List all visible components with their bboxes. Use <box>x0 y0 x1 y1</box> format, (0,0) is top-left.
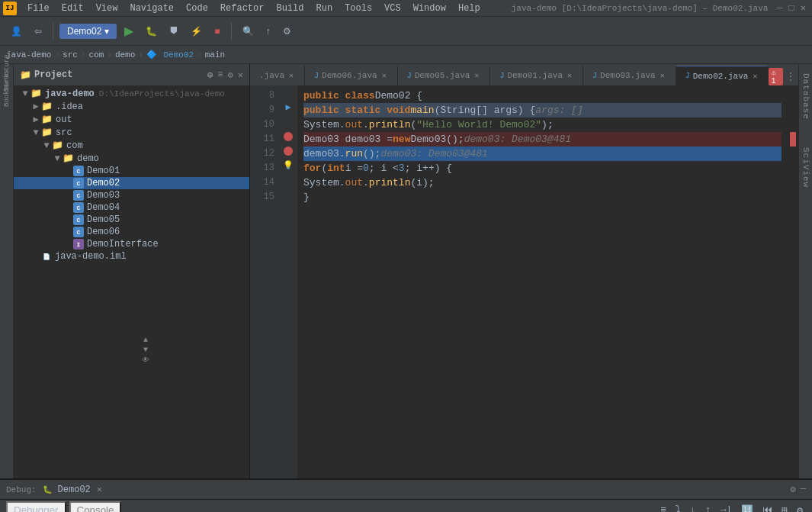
tab-settings-icon[interactable]: ⋮ <box>786 71 795 82</box>
tree-demo03[interactable]: C Demo03 <box>14 189 249 201</box>
tab-demo05[interactable]: J Demo05.java ✕ <box>398 66 491 85</box>
tab-demo06-close[interactable]: ✕ <box>380 71 388 80</box>
for-lparen: ( <box>321 161 327 175</box>
menu-vcs[interactable]: VCS <box>378 2 407 15</box>
sync-icon[interactable]: ⊕ <box>207 69 213 81</box>
tab-dotjava-close[interactable]: ✕ <box>287 71 295 80</box>
run-config-button[interactable]: Demo02 ▾ <box>59 24 117 39</box>
settings-button[interactable]: ⚙ <box>278 24 296 39</box>
settings-icon[interactable]: ⚙ <box>228 69 233 81</box>
database-tab[interactable]: Database <box>800 67 812 126</box>
gutter-9: ▶ <box>279 100 297 114</box>
update-button[interactable]: ↑ <box>262 24 275 39</box>
console-tab[interactable]: Console <box>69 501 122 512</box>
fn-main: main <box>410 103 434 118</box>
close-button[interactable]: ✕ <box>798 2 809 14</box>
menu-tools[interactable]: Tools <box>339 2 378 15</box>
code-line-9: public static void main(String[] args) {… <box>303 103 782 118</box>
frames-icon[interactable]: ≡ <box>657 503 669 512</box>
tab-demo03[interactable]: J Demo03.java ✕ <box>583 66 676 85</box>
toolbar-vcs-btn[interactable]: ⇦ <box>30 24 47 39</box>
code-content[interactable]: public class Demo02 { public static void… <box>297 85 788 478</box>
breakpoint-icon-11[interactable] <box>284 132 293 141</box>
menu-navigate[interactable]: Navigate <box>124 2 180 15</box>
breadcrumb-method[interactable]: main <box>205 50 225 60</box>
eg-15 <box>788 190 798 204</box>
menu-code[interactable]: Code <box>180 2 214 15</box>
bookmarks-icon[interactable]: Bookmarks <box>1 82 13 95</box>
demo06-class-icon: C <box>73 227 84 237</box>
menu-edit[interactable]: Edit <box>56 2 90 15</box>
menu-refactor[interactable]: Refactor <box>214 2 271 15</box>
menu-window[interactable]: Window <box>407 2 452 15</box>
tabs-bar: .java ✕ J Demo06.java ✕ J Demo05.java ✕ … <box>250 64 798 85</box>
coverage-button[interactable]: ⛊ <box>165 24 183 39</box>
breadcrumb-com[interactable]: com <box>88 50 104 60</box>
settings2-icon[interactable]: ⚙ <box>794 503 806 513</box>
stop-button[interactable]: ■ <box>210 24 224 39</box>
tab-demo02-label: Demo02.java <box>693 72 749 81</box>
breadcrumb-demo[interactable]: demo <box>115 50 135 60</box>
menu-file[interactable]: File <box>21 2 56 15</box>
demo03-run: demo03. <box>303 147 345 161</box>
tab-demo01-close[interactable]: ✕ <box>566 71 573 80</box>
tree-demo06[interactable]: C Demo06 <box>14 226 249 238</box>
menu-help[interactable]: Help <box>452 2 486 15</box>
debug-minimize-icon[interactable]: ─ <box>801 484 806 495</box>
code-editor[interactable]: 8 9 10 11 12 13 14 15 ▶ <box>250 85 798 478</box>
profile-run-button[interactable]: ⚡ <box>186 24 207 39</box>
rparen: ); <box>541 118 554 132</box>
eg-12 <box>788 147 798 161</box>
tree-demo04[interactable]: C Demo04 <box>14 201 249 214</box>
breadcrumb-root[interactable]: java-demo <box>6 50 51 60</box>
tab-dotjava[interactable]: .java ✕ <box>250 66 305 85</box>
debug-config-name[interactable]: Demo02 <box>58 485 91 495</box>
tab-demo01[interactable]: J Demo01.java ✕ <box>490 66 583 85</box>
collapse-all-icon[interactable]: ≡ <box>217 69 223 81</box>
debug-gear-icon[interactable]: ⚙ <box>791 484 796 495</box>
tab-demo06[interactable]: J Demo06.java ✕ <box>305 66 398 85</box>
gutter-12 <box>279 143 297 158</box>
debug-close-btn[interactable]: ✕ <box>97 484 102 495</box>
menu-view[interactable]: View <box>90 2 124 15</box>
step-into-icon[interactable]: ↓ <box>687 503 699 512</box>
step-over-icon[interactable]: ⤵ <box>672 503 684 512</box>
tree-com[interactable]: ▼ 📁 com <box>14 139 249 152</box>
breakpoint-icon-12[interactable] <box>284 147 293 156</box>
tab-demo03-close[interactable]: ✕ <box>659 71 666 80</box>
maximize-button[interactable]: □ <box>786 3 798 14</box>
toolbar-profile-btn[interactable]: 👤 <box>6 24 27 39</box>
tree-demo05[interactable]: C Demo05 <box>14 214 249 226</box>
close-panel-icon[interactable]: ✕ <box>238 69 243 81</box>
tree-src[interactable]: ▼ 📁 src <box>14 126 249 139</box>
debugger-tab[interactable]: Debugger <box>6 501 66 512</box>
debug-run-button[interactable]: 🐛 <box>141 24 162 39</box>
run-to-cursor-icon[interactable]: →| <box>717 503 736 512</box>
tree-idea[interactable]: ▶ 📁 .idea <box>14 100 249 113</box>
tree-root[interactable]: ▼ 📁 java-demo D:\IdeaProjects\java-demo <box>14 87 249 100</box>
tree-demo01[interactable]: C Demo01 <box>14 165 249 177</box>
menu-run[interactable]: Run <box>310 2 339 15</box>
breadcrumb-class[interactable]: 🔷 Demo02 <box>146 50 194 60</box>
step-out-icon[interactable]: ↑ <box>702 503 714 512</box>
search-everywhere-button[interactable]: 🔍 <box>238 24 258 39</box>
tree-demo02[interactable]: C Demo02 <box>14 177 249 189</box>
tree-iml[interactable]: 📄 java-demo.iml <box>14 250 249 262</box>
tab-demo05-close[interactable]: ✕ <box>473 71 480 80</box>
gutter-10 <box>279 114 297 129</box>
tree-demointerface[interactable]: I DemoInterface <box>14 238 249 250</box>
layout-icon[interactable]: ⊞ <box>778 503 791 513</box>
breadcrumb-src[interactable]: src <box>63 50 78 60</box>
evaluate-icon[interactable]: 🔢 <box>738 503 756 513</box>
run-button[interactable]: ▶ <box>120 21 138 40</box>
sciview-tab[interactable]: SciView <box>800 141 812 194</box>
tree-out[interactable]: ▶ 📁 out <box>14 113 249 126</box>
restore-icon[interactable]: ⏮ <box>759 503 775 512</box>
menu-build[interactable]: Build <box>270 2 310 15</box>
linenum-12: 12 <box>255 147 274 161</box>
minimize-button[interactable]: ─ <box>774 3 785 14</box>
tree-demo[interactable]: ▼ 📁 demo <box>14 152 249 165</box>
tab-demo02-close[interactable]: ✕ <box>751 72 759 81</box>
tab-demo02[interactable]: J Demo02.java ✕ <box>676 66 769 85</box>
tree-com-label: com <box>66 140 83 151</box>
